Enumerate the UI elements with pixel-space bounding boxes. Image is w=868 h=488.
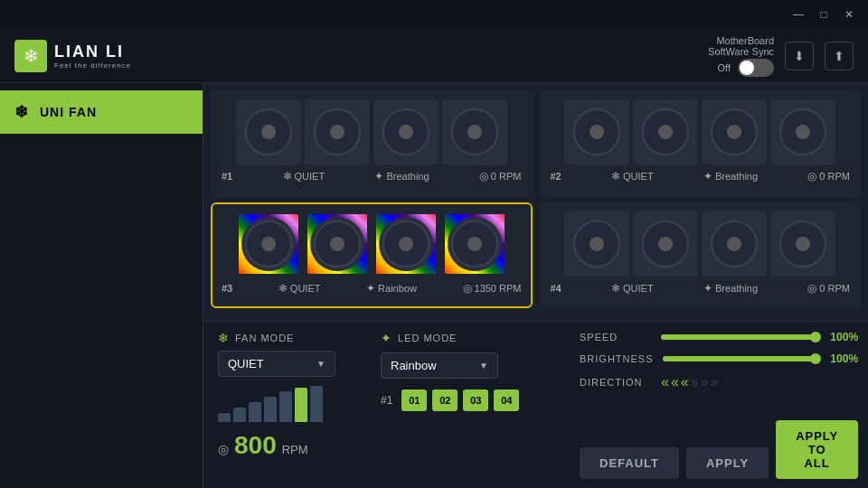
fan-center [467,125,482,139]
rpm-display: ◎ 800 RPM [218,431,344,460]
fan-mode-select[interactable]: QUIET ▼ [218,351,335,377]
fan-unit-4a [564,211,629,277]
fan-center [330,125,344,139]
speed-bars [218,386,344,422]
fan-inner-wrap-3b [310,217,364,271]
fan-unit-4c [702,211,767,277]
fan-panel-1[interactable]: #1 ❄ QUIET ✦ Breathing ◎ 0 RPM [211,90,533,197]
sidebar-item-unifan[interactable]: ❄ UNI FAN [0,90,203,134]
download-button[interactable]: ⬇ [785,42,814,70]
fan-center [467,237,482,251]
fan-inner-wrap-3a [241,217,296,271]
main: ❄ UNI FAN [0,83,868,488]
fan-group-left: #1 ❄ QUIET ✦ Breathing ◎ 0 RPM [211,90,533,314]
apply-button[interactable]: APPLY [686,447,769,479]
fan-center [590,125,604,139]
fan-mode-icon-2: ❄ [611,170,620,183]
speed-bar-1 [218,413,231,422]
brightness-metric: BRIGHTNESS 100% [580,352,858,365]
led-mode-section: ✦ LED MODE Rainbow ▼ #1 01 02 03 04 [381,331,525,479]
header: ❄ LIAN LI Feel the difference MotherBoar… [0,29,868,83]
fan-blade [310,217,364,271]
fan-unit-4b [633,211,698,277]
fan-blade [638,217,693,271]
led-fan-tab-04[interactable]: 04 [494,389,519,411]
fan-led-icon-2: ✦ [703,170,712,183]
brightness-bar-fill [663,356,818,361]
fan-unit-2b [633,99,698,164]
fan-mode-icon: ❄ [218,331,230,345]
fan-unit-1a [236,99,301,164]
fan-blade [638,105,693,159]
header-right: MotherBoardSoftWare Sync Off ⬇ ⬆ [708,35,854,77]
fan-blade [379,105,433,159]
fan-blade [448,217,502,271]
motherboard-label: MotherBoardSoftWare Sync [708,35,774,57]
fan-blade [776,105,830,159]
fan-mode-icon-4: ❄ [611,282,620,295]
fan-blade [310,105,364,159]
fan-center [796,125,810,139]
brightness-bar-wrap [663,356,818,361]
fan-rpm-icon-3: ◎ [463,282,472,295]
fan-info-2: #2 ❄ QUIET ✦ Breathing ◎ 0 RPM [549,170,853,183]
sidebar: ❄ UNI FAN [0,83,203,488]
fan-center [399,237,413,251]
fan-number-label: #1 [381,394,392,407]
fan-panel-4[interactable]: #4 ❄ QUIET ✦ Breathing ◎ 0 RPM [540,202,862,309]
chevron-down-icon-2: ▼ [479,361,488,371]
fan-rpm-1: ◎ 0 RPM [479,170,522,183]
fan-panel-2[interactable]: #2 ❄ QUIET ✦ Breathing ◎ 0 RPM [540,90,862,197]
fan-mode-value: QUIET [228,357,264,371]
fan-unit-2c [702,99,767,164]
led-fan-tab-01[interactable]: 01 [401,389,427,411]
sync-state: Off [718,62,731,73]
fan-mode-section: ❄ FAN MODE QUIET ▼ ◎ [218,331,344,479]
fan-center [658,237,673,251]
fan-led-icon-4: ✦ [703,282,712,295]
maximize-button[interactable]: □ [812,5,835,24]
chevron-down-icon: ▼ [316,359,326,369]
sync-row: Off [718,59,774,77]
led-mode-select[interactable]: Rainbow ▼ [381,352,498,379]
led-fan-tab-03[interactable]: 03 [463,389,488,411]
logo-icon: ❄ [14,40,47,72]
speed-bar-6 [295,388,307,422]
fan-rpm-2: ◎ 0 RPM [807,170,850,183]
fan-info-4: #4 ❄ QUIET ✦ Breathing ◎ 0 RPM [549,282,853,295]
dir-arrow-left-2: « [671,374,679,390]
led-mode-icon: ✦ [381,331,392,345]
dir-arrow-left-1: « [661,374,669,390]
apply-all-button[interactable]: APPLY TO ALL [776,420,858,479]
brightness-value: 100% [826,352,858,365]
fan-inner-wrap-3d [448,217,502,271]
led-fan-tab-02[interactable]: 02 [432,389,458,411]
fan-blade [570,217,624,271]
minimize-button[interactable]: — [787,5,810,24]
motherboard-sync-toggle[interactable] [738,59,774,77]
fan-blade [241,105,296,159]
speed-bar-7 [310,386,323,422]
fan-center [590,237,604,251]
speed-metric: SPEED 100% [580,331,858,343]
dir-arrow-right-3: » [711,374,719,390]
upload-button[interactable]: ⬆ [825,42,854,70]
fan-blade [448,105,502,159]
fan-mode-2: ❄ QUIET [611,170,654,183]
fan-unit-3c [373,211,439,277]
fan-rpm-4: ◎ 0 RPM [807,282,850,295]
fan-mode-4: ❄ QUIET [611,282,654,295]
fan-led-4: ✦ Breathing [703,282,758,295]
fan-blade [570,105,624,159]
logo-area: LIAN LI Feel the difference [54,42,131,70]
fan-blade [707,105,761,159]
fan-center [658,125,673,139]
fan-group-right: #2 ❄ QUIET ✦ Breathing ◎ 0 RPM [540,90,862,314]
direction-metric: DIRECTION « « « » » » [580,374,858,390]
fan-panel-3[interactable]: #3 ❄ QUIET ✦ Rainbow ◎ 1350 RPM [211,202,533,309]
fan-blade [707,217,761,271]
fan-center [261,125,276,139]
default-button[interactable]: DEFAULT [580,447,679,479]
fan-led-3: ✦ Rainbow [366,282,417,295]
close-button[interactable]: ✕ [837,5,861,24]
